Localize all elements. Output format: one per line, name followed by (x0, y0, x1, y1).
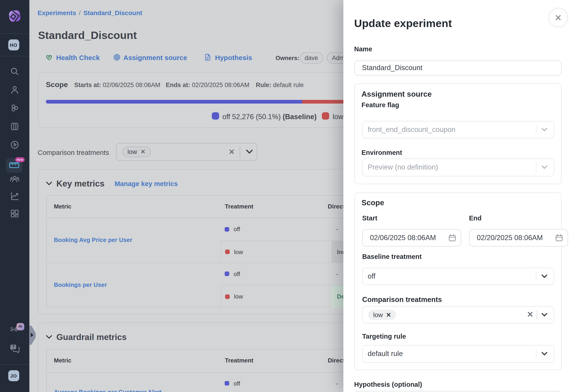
svg-text:?: ? (12, 345, 15, 349)
